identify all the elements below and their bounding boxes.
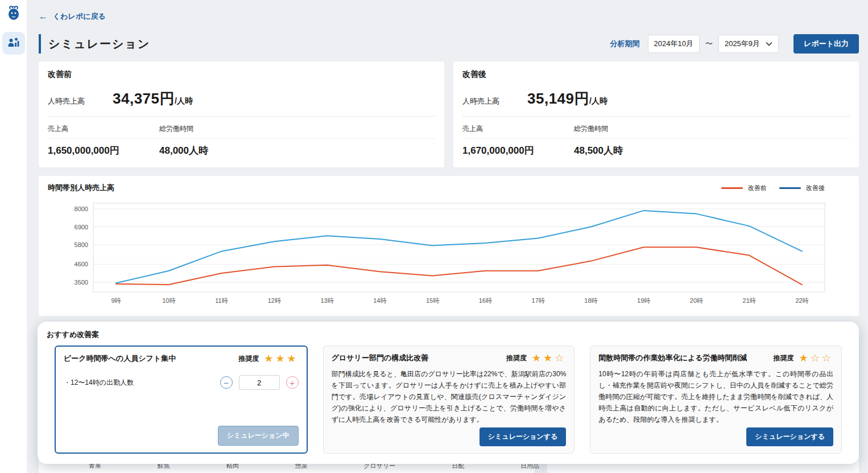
back-arrow-icon: ← [39, 12, 48, 21]
recommendation-cards-row: ピーク時間帯への人員シフト集中 推奨度 ★★★ ・12〜14時の出勤人数 − [47, 346, 850, 454]
stepper-label: ・12〜14時の出勤人数 [64, 378, 134, 388]
rec-card-peak-shift[interactable]: ピーク時間帯への人員シフト集中 推奨度 ★★★ ・12〜14時の出勤人数 − [55, 346, 308, 454]
metric-unit: /人時 [175, 96, 193, 106]
legend-color-swatch [721, 187, 743, 189]
summary-card-title: 改善後 [462, 69, 850, 80]
sidebar [0, 0, 27, 473]
svg-text:11時: 11時 [215, 297, 228, 304]
sales-label: 売上高 [462, 124, 574, 134]
nav-simulation-item[interactable] [2, 32, 25, 55]
stepper-decrement-button[interactable]: − [220, 376, 233, 389]
period-to-value: 2025年9月 [725, 39, 760, 49]
metric-value: 35,149円 [527, 89, 589, 109]
simulate-button[interactable]: シミュレーションする [746, 427, 833, 446]
svg-text:21時: 21時 [743, 297, 756, 304]
recommendations-title: おすすめ改善案 [47, 330, 850, 340]
svg-text:15時: 15時 [426, 297, 439, 304]
svg-text:12時: 12時 [268, 297, 281, 304]
page-title-accent [39, 34, 41, 54]
period-to-select[interactable]: 2025年9月 [718, 35, 779, 53]
period-separator: 〜 [705, 39, 713, 49]
svg-text:3500: 3500 [75, 279, 88, 286]
app-logo-icon [5, 5, 22, 22]
rec-card-title: 閑散時間帯の作業効率化による労働時間削減 [598, 353, 773, 363]
metric-unit: /人時 [589, 96, 607, 106]
rating-label: 推奨度 [506, 353, 527, 363]
rec-card-body: 部門構成比を見ると、亀田店のグロサリー比率は22%で、新潟駅前店の30%を下回っ… [332, 369, 567, 426]
staff-count-stepper: − + [220, 375, 299, 390]
chart-legend: 改善前 改善後 [721, 184, 850, 192]
summary-card-title: 改善前 [48, 69, 435, 80]
legend-item-before: 改善前 [721, 184, 767, 192]
hours-value: 48,500人時 [574, 144, 685, 157]
period-from-select[interactable]: 2024年10月 [648, 35, 700, 53]
hours-value: 48,000人時 [159, 144, 271, 157]
recommendations-panel: おすすめ改善案 ピーク時間帯への人員シフト集中 推奨度 ★★★ ・12〜14時の… [38, 322, 859, 464]
period-from-value: 2024年10月 [654, 39, 693, 49]
svg-text:6900: 6900 [75, 224, 88, 231]
legend-item-after: 改善後 [779, 184, 825, 192]
svg-text:16時: 16時 [479, 297, 492, 304]
chevron-down-icon [766, 42, 772, 46]
rating: 推奨度 ★☆☆ [774, 353, 833, 363]
plus-icon: + [290, 379, 295, 387]
stepper-value-input[interactable] [239, 375, 280, 390]
minus-icon: − [224, 379, 229, 387]
rating-stars: ★★★ [264, 353, 298, 364]
svg-text:18時: 18時 [584, 297, 597, 304]
hours-label: 総労働時間 [574, 124, 685, 134]
sales-label: 売上高 [48, 124, 159, 134]
sales-value: 1,650,000,000円 [48, 144, 159, 157]
analysis-period-label: 分析期間 [610, 39, 640, 49]
rating: 推奨度 ★★★ [238, 353, 298, 364]
main-content: ← くわレポに戻る シミュレーション 分析期間 2024年10月 〜 2025年… [27, 0, 868, 473]
metric-label: 人時売上高 [48, 96, 113, 106]
hourly-chart: 350046005800690080009時10時11時12時13時14時15時… [48, 196, 840, 310]
metric-label: 人時売上高 [462, 96, 527, 106]
svg-text:13時: 13時 [320, 297, 333, 304]
svg-text:8000: 8000 [75, 205, 88, 212]
hourly-chart-card: 時間帯別人時売上高 改善前 改善後 350046005800690080009時… [39, 176, 859, 316]
svg-text:9時: 9時 [111, 297, 121, 304]
bottom-zone: 青果鮮魚精肉惣菜グロサリー日配日用品 おすすめ改善案 ピーク時間帯への人員シフト… [39, 322, 859, 473]
page-header: シミュレーション 分析期間 2024年10月 〜 2025年9月 レポート出力 [39, 34, 859, 54]
rating-stars: ★☆☆ [799, 353, 833, 363]
rating: 推奨度 ★★☆ [506, 353, 566, 363]
rating-stars: ★★☆ [532, 353, 566, 363]
back-link-label: くわレポに戻る [53, 11, 106, 22]
summary-card-after: 改善後 人時売上高 35,149円 /人時 売上高 総労働時間 1,670,00… [453, 61, 859, 167]
rating-label: 推奨度 [774, 353, 794, 363]
rec-card-title: グロサリー部門の構成比改善 [332, 353, 506, 363]
chart-title: 時間帯別人時売上高 [48, 183, 114, 193]
back-link[interactable]: ← くわレポに戻る [39, 11, 106, 22]
svg-text:20時: 20時 [690, 297, 703, 304]
legend-color-swatch [779, 187, 801, 189]
legend-label: 改善前 [748, 184, 767, 192]
summary-card-before: 改善前 人時売上高 34,375円 /人時 売上高 総労働時間 1,650,00… [39, 61, 444, 167]
metric-value: 34,375円 [113, 89, 175, 109]
report-export-button[interactable]: レポート出力 [793, 34, 859, 54]
header-controls: 分析期間 2024年10月 〜 2025年9月 レポート出力 [610, 34, 859, 54]
svg-text:5800: 5800 [75, 241, 88, 248]
svg-text:4600: 4600 [75, 261, 88, 268]
app-logo[interactable] [4, 3, 23, 23]
simulating-button[interactable]: シミュレーション中 [218, 426, 299, 446]
svg-text:17時: 17時 [532, 297, 545, 304]
simulate-button[interactable]: シミュレーションする [480, 427, 567, 446]
svg-text:22時: 22時 [795, 297, 808, 304]
rec-card-body: 10時〜12時の午前帯は両店舗とも売上が低水準です。この時間帯の品出し・補充作業… [598, 369, 833, 426]
rec-card-grocery-mix[interactable]: グロサリー部門の構成比改善 推奨度 ★★☆ 部門構成比を見ると、亀田店のグロサリ… [323, 346, 575, 454]
page-title: シミュレーション [48, 36, 150, 52]
svg-text:19時: 19時 [637, 297, 650, 304]
stepper-increment-button[interactable]: + [286, 376, 299, 389]
hours-label: 総労働時間 [159, 124, 271, 134]
svg-text:14時: 14時 [373, 297, 386, 304]
people-chart-icon [7, 36, 20, 50]
rec-card-title: ピーク時間帯への人員シフト集中 [64, 353, 238, 364]
summary-row: 改善前 人時売上高 34,375円 /人時 売上高 総労働時間 1,650,00… [39, 61, 859, 167]
rec-card-offpeak-efficiency[interactable]: 閑散時間帯の作業効率化による労働時間削減 推奨度 ★☆☆ 10時〜12時の午前帯… [590, 346, 842, 454]
svg-text:10時: 10時 [162, 297, 175, 304]
rating-label: 推奨度 [238, 354, 259, 364]
legend-label: 改善後 [806, 184, 825, 192]
sales-value: 1,670,000,000円 [462, 144, 574, 157]
